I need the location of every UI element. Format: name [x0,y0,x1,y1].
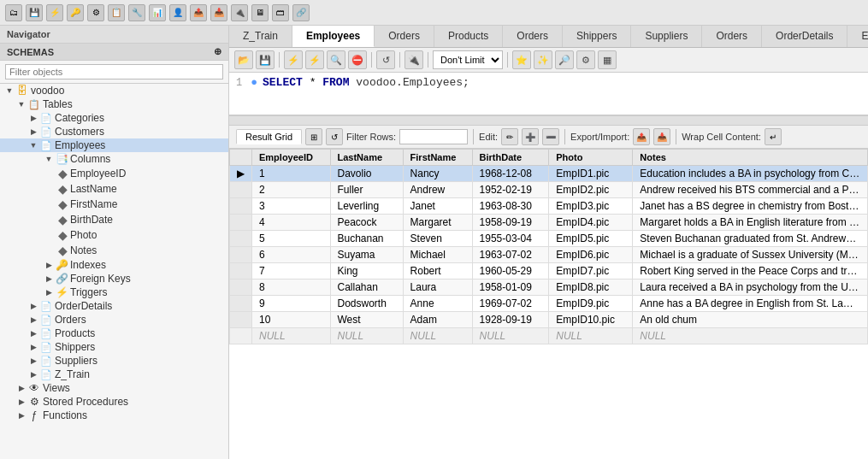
toolbar-icon-10[interactable]: 📤 [190,4,207,21]
open-file-btn[interactable]: 📂 [234,50,253,69]
table-employees[interactable]: ▼ 📄 Employees [0,138,228,152]
col-header-notes[interactable]: Notes [633,150,868,166]
col-birthdate[interactable]: ◆ BirthDate [0,212,228,227]
table-orderdetails[interactable]: ▶ 📄 OrderDetails [0,299,228,313]
col-firstname[interactable]: ◆ FirstName [0,197,228,212]
col-photo-label: Photo [70,229,97,241]
table-shippers[interactable]: ▶ 📄 Shippers [0,340,228,354]
wrap-btn[interactable]: ↵ [765,128,782,145]
table-row[interactable]: 5 Buchanan Steven 1955-03-04 EmpID5.pic … [230,231,868,247]
sql-editor[interactable]: 1 ● SELECT * FROM voodoo.Employees; [229,73,868,115]
table-suppliers[interactable]: ▶ 📄 Suppliers [0,354,228,368]
tab-ztrain[interactable]: Z_Train [229,26,292,47]
toolbar-icon-8[interactable]: 📊 [149,4,166,21]
edit-btn-3[interactable]: ➖ [542,128,559,145]
table-orders[interactable]: ▶ 📄 Orders [0,313,228,327]
toolbar-icon-4[interactable]: 🔑 [67,4,84,21]
edit-btn-1[interactable]: ✏ [501,128,518,145]
filter-input[interactable] [5,64,223,79]
refresh-grid-btn[interactable]: ↺ [326,128,343,145]
table-row[interactable]: 10 West Adam 1928-09-19 EmpID10.pic An o… [230,312,868,328]
functions-group[interactable]: ▶ ƒ Functions [0,409,228,422]
more-btn[interactable]: ▦ [598,50,617,69]
toolbar-icon-15[interactable]: 🔗 [292,4,310,21]
toolbar-icon-6[interactable]: 📋 [108,4,125,21]
toolbar-icon-7[interactable]: 🔧 [128,4,145,21]
beautify-btn[interactable]: ✨ [534,50,552,69]
views-group[interactable]: ▶ 👁 Views [0,381,228,395]
toolbar-icon-11[interactable]: 📥 [210,4,227,21]
col-employeeid-label: EmployeeID [70,168,126,179]
save-btn[interactable]: 💾 [256,50,275,69]
col-notes[interactable]: ◆ Notes [0,243,228,258]
export-btn[interactable]: 📤 [633,128,650,145]
filter-rows-input[interactable] [399,129,468,144]
table-row[interactable]: 8 Callahan Laura 1958-01-09 EmpID8.pic L… [230,280,868,296]
col-header-photo[interactable]: Photo [549,150,633,166]
foreign-keys-group[interactable]: ▶ 🔗 Foreign Keys [0,272,228,285]
functions-label: Functions [43,409,87,421]
toolbar-icon-2[interactable]: 💾 [26,4,43,21]
tab-products[interactable]: Products [434,26,503,47]
h-scroll-bar[interactable] [229,115,868,126]
tab-orders-2[interactable]: Orders [503,26,563,47]
table-row[interactable]: ▶ 1 Davolio Nancy 1968-12-08 EmpID1.pic … [230,166,868,182]
col-header-birthdate[interactable]: BirthDate [472,150,549,166]
execute-sel-btn[interactable]: ⚡ [305,50,324,69]
result-grid-tab[interactable]: Result Grid [236,129,302,144]
toolbar-icon-5[interactable]: ⚙ [87,4,104,21]
import-btn[interactable]: 📥 [653,128,670,145]
col-header-employeeid[interactable]: EmployeeID [252,150,331,166]
bookmark-btn[interactable]: ⭐ [512,50,531,69]
explain-btn[interactable]: 🔍 [327,50,345,69]
toolbar-icon-3[interactable]: ⚡ [46,4,63,21]
schemas-add-icon[interactable]: ⊕ [214,46,221,57]
table-row[interactable]: 4 Peacock Margaret 1958-09-19 EmpID4.pic… [230,215,868,231]
col-header-firstname[interactable]: FirstName [403,150,472,166]
tab-employees-2[interactable]: Employees [847,26,868,47]
table-row[interactable]: 3 Leverling Janet 1963-08-30 EmpID3.pic … [230,198,868,215]
table-row[interactable]: 2 Fuller Andrew 1952-02-19 EmpID2.pic An… [230,182,868,198]
search-btn[interactable]: 🔎 [555,50,574,69]
limit-select[interactable]: Don't Limit 1000 rows 200 rows [433,50,503,69]
col-photo[interactable]: ◆ Photo [0,227,228,243]
schema-voodoo[interactable]: ▼ 🗄 voodoo [0,84,228,97]
table-row[interactable]: 9 Dodsworth Anne 1969-07-02 EmpID9.pic A… [230,296,868,312]
table-row[interactable]: 7 King Robert 1960-05-29 EmpID7.pic Robe… [230,263,868,280]
orderdetails-label: OrderDetails [55,300,112,312]
table-header-row: EmployeeID LastName FirstName BirthDate … [230,150,868,166]
tab-shippers[interactable]: Shippers [563,26,631,47]
refresh-btn[interactable]: ↺ [376,50,395,69]
tab-orders-3[interactable]: Orders [702,26,762,47]
indexes-group[interactable]: ▶ 🔑 Indexes [0,258,228,272]
toolbar-icon-13[interactable]: 🖥 [251,4,269,21]
tab-suppliers[interactable]: Suppliers [631,26,702,47]
tab-orderdetails[interactable]: OrderDetails [762,26,847,47]
table-customers[interactable]: ▶ 📄 Customers [0,125,228,138]
toolbar-icon-12[interactable]: 🔌 [231,4,248,21]
col-lastname[interactable]: ◆ LastName [0,181,228,197]
toggle-btn[interactable]: 🔌 [404,50,423,69]
stop-btn[interactable]: ⛔ [348,50,367,69]
settings-btn[interactable]: ⚙ [576,50,595,69]
tab-orders-1[interactable]: Orders [375,26,434,47]
toolbar-icon-1[interactable]: 🗂 [5,4,22,21]
table-row[interactable]: 6 Suyama Michael 1963-07-02 EmpID6.pic M… [230,247,868,263]
grid-view-btn[interactable]: ⊞ [305,128,322,145]
col-employeeid[interactable]: ◆ EmployeeID [0,166,228,181]
row-indicator [230,231,252,247]
tables-group[interactable]: ▼ 📋 Tables [0,97,228,111]
tab-employees[interactable]: Employees [292,26,375,47]
edit-label: Edit: [479,132,498,142]
columns-group[interactable]: ▼ 📑 Columns [0,152,228,166]
stored-procedures-group[interactable]: ▶ ⚙ Stored Procedures [0,395,228,409]
edit-btn-2[interactable]: ➕ [522,128,539,145]
toolbar-icon-14[interactable]: 🗃 [272,4,289,21]
toolbar-icon-9[interactable]: 👤 [169,4,186,21]
execute-btn[interactable]: ⚡ [284,50,303,69]
col-header-lastname[interactable]: LastName [330,150,403,166]
table-categories[interactable]: ▶ 📄 Categories [0,111,228,125]
table-products[interactable]: ▶ 📄 Products [0,327,228,340]
triggers-group[interactable]: ▶ ⚡ Triggers [0,285,228,299]
table-ztrain[interactable]: ▶ 📄 Z_Train [0,368,228,381]
